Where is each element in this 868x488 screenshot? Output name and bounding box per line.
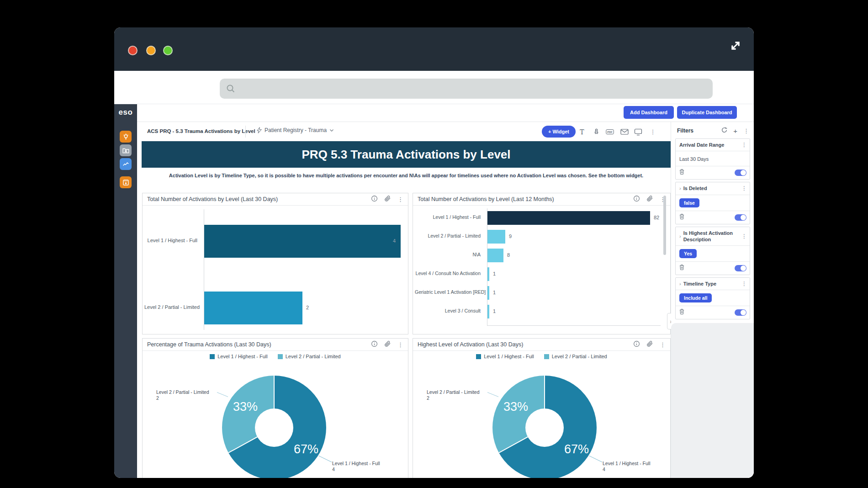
chart-more-icon[interactable]: ⋮ xyxy=(397,196,403,202)
filter-card-footer xyxy=(676,306,750,319)
paperclip-icon[interactable] xyxy=(646,195,653,204)
filter-more-icon[interactable]: ⋮ xyxy=(741,233,747,239)
filter-value-row: Include all xyxy=(676,290,750,306)
legend-label: Level 1 / Highest - Full xyxy=(217,354,267,359)
info-icon[interactable] xyxy=(633,195,640,204)
bar-category-label: Geriatric Level 1 Activation [RED] xyxy=(415,289,481,295)
banner-subtitle: Activation Level is by Timeline Type, so… xyxy=(142,173,671,178)
bar-value-label: 2 xyxy=(306,305,309,310)
bar-value-label: 8 xyxy=(507,252,510,258)
info-icon[interactable] xyxy=(633,340,640,349)
bar-category-label: N\A xyxy=(415,252,481,257)
trash-icon[interactable] xyxy=(679,213,685,222)
add-dashboard-button[interactable]: Add Dashboard xyxy=(624,106,674,119)
bar-value-label: 4 xyxy=(393,238,396,244)
brush-icon[interactable] xyxy=(592,128,600,136)
legend-swatch xyxy=(210,354,215,359)
filter-card: ›Is Deleted⋮false xyxy=(675,182,750,224)
filter-toggle[interactable] xyxy=(735,265,746,271)
filter-card-header: Arrival Date Range⋮ xyxy=(676,139,750,151)
toggle-knob xyxy=(741,215,746,220)
filter-value[interactable]: false xyxy=(679,198,699,207)
chart-legend: Level 1 / Highest - FullLevel 2 / Partia… xyxy=(413,354,670,359)
filter-toggle[interactable] xyxy=(735,309,746,316)
trash-icon[interactable] xyxy=(679,169,685,177)
filter-label: Is Deleted xyxy=(683,185,741,191)
registry-selector[interactable]: Patient Registry - Trauma xyxy=(257,127,334,133)
zoom-window-button[interactable] xyxy=(163,46,173,55)
filter-card-footer xyxy=(676,166,750,179)
svg-text:PDF: PDF xyxy=(607,131,613,133)
callout-line xyxy=(589,456,602,462)
pdf-icon[interactable]: PDF xyxy=(606,128,614,136)
bar-value-label: 1 xyxy=(493,271,496,276)
chart-card-activations-30-days: Total Number of Activations by Level (La… xyxy=(142,193,408,334)
bar xyxy=(204,225,401,258)
chart-more-icon[interactable]: ⋮ xyxy=(660,342,666,348)
legend-item: Level 2 / Partial - Limited xyxy=(544,354,607,359)
filters-background xyxy=(671,323,754,478)
chart-card-activations-12-months: Total Number of Activations by Level (La… xyxy=(413,193,671,334)
main-content: Add Dashboard Duplicate Dashboard ACS PR… xyxy=(137,104,754,478)
info-icon[interactable] xyxy=(371,195,378,204)
lightbulb-icon xyxy=(122,133,130,141)
chevron-right-icon[interactable]: › xyxy=(679,233,681,239)
paperclip-icon[interactable] xyxy=(384,340,391,349)
browser-search-bar[interactable] xyxy=(220,79,713,99)
bar-value-label: 82 xyxy=(654,215,659,220)
expand-window-icon[interactable] xyxy=(729,39,742,53)
monitor-icon[interactable] xyxy=(634,128,642,136)
x-axis xyxy=(487,325,661,326)
sidebar-item-insights[interactable] xyxy=(120,131,132,143)
bar xyxy=(487,249,503,262)
minimize-window-button[interactable] xyxy=(146,46,156,55)
chart-title: Highest Level of Activation (Last 30 Day… xyxy=(418,341,633,348)
chart-more-icon[interactable]: ⋮ xyxy=(397,342,403,348)
chart-legend: Level 1 / Highest - FullLevel 2 / Partia… xyxy=(143,354,408,359)
info-icon[interactable] xyxy=(371,340,378,349)
callout-label: Level 1 / Highest - Full4 xyxy=(332,461,401,472)
bar xyxy=(204,292,302,324)
toggle-knob xyxy=(741,170,746,175)
bar-value-label: 1 xyxy=(493,308,496,314)
chart-card-highest-level: Highest Level of Activation (Last 30 Day… xyxy=(413,338,671,478)
dashboard-scrollbar[interactable] xyxy=(663,196,666,255)
add-widget-button[interactable]: + Widget xyxy=(542,126,576,138)
duplicate-dashboard-button[interactable]: Duplicate Dashboard xyxy=(677,106,737,119)
trash-icon[interactable] xyxy=(679,264,685,272)
callout-label: Level 2 / Partial - Limited2 xyxy=(156,389,220,401)
trash-icon[interactable] xyxy=(679,308,685,317)
callout-label: Level 2 / Partial - Limited2 xyxy=(427,389,491,401)
filters-panel: Filters + ⋮ Arrival Date Range⋮Last 30 D… xyxy=(671,122,754,478)
filter-value[interactable]: Yes xyxy=(679,249,697,258)
close-window-button[interactable] xyxy=(128,46,138,55)
filter-value[interactable]: Include all xyxy=(679,293,712,302)
filter-more-icon[interactable]: ⋮ xyxy=(741,281,747,287)
filter-more-icon[interactable]: ⋮ xyxy=(741,142,747,148)
filter-more-icon[interactable]: ⋮ xyxy=(741,185,747,191)
legend-swatch xyxy=(544,354,549,359)
chevron-right-icon[interactable]: › xyxy=(679,186,681,191)
sidebar-item-analytics[interactable] xyxy=(120,158,132,170)
add-filter-icon[interactable]: + xyxy=(733,127,737,134)
slice-percent-label: 67% xyxy=(554,442,599,456)
toolbar-more-icon[interactable]: ⋮ xyxy=(649,128,657,136)
refresh-icon[interactable] xyxy=(721,127,727,135)
bar xyxy=(487,230,505,244)
bar xyxy=(487,286,489,300)
report-download-icon xyxy=(122,179,130,186)
filters-more-icon[interactable]: ⋮ xyxy=(743,128,749,134)
paperclip-icon[interactable] xyxy=(646,340,653,349)
dashboard-name: ACS PRQ - 5.3 Trauma Activations by Leve… xyxy=(147,128,255,134)
filter-toggle[interactable] xyxy=(735,214,746,221)
sidebar-item-reports[interactable] xyxy=(120,176,132,188)
filter-toggle[interactable] xyxy=(735,170,746,176)
text-icon[interactable]: T xyxy=(578,128,586,136)
paperclip-icon[interactable] xyxy=(384,195,391,204)
bar-category-label: Level 4 / Consult No Activation xyxy=(415,271,481,276)
folder-user-icon xyxy=(122,147,130,154)
sidebar-item-records[interactable] xyxy=(120,144,132,156)
chevron-right-icon[interactable]: › xyxy=(679,281,681,286)
email-icon[interactable] xyxy=(620,128,629,136)
line-chart-icon xyxy=(122,160,130,168)
